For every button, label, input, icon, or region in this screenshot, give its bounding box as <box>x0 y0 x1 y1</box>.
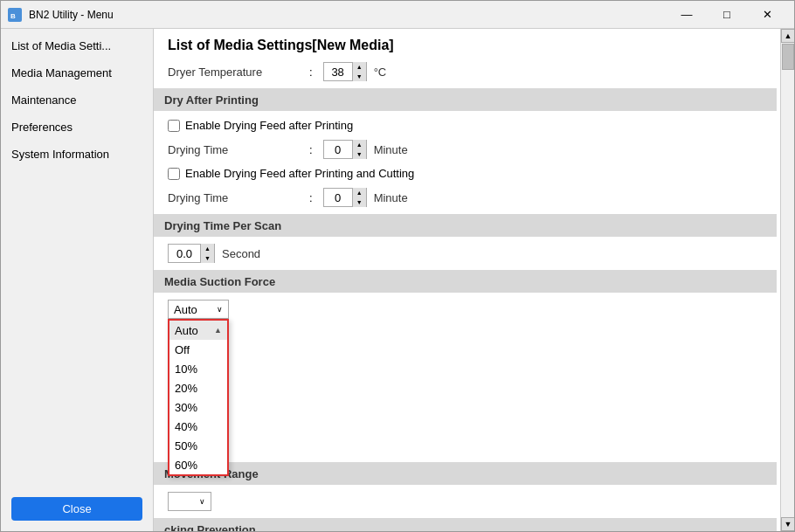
main-content: ▲ ▼ List of Media Settings[New Media] Dr… <box>154 29 794 531</box>
dryer-temp-unit: °C <box>374 66 387 79</box>
window-close-button[interactable]: ✕ <box>747 1 787 29</box>
drying-time-2-row: Drying Time : ▲ ▼ Minute <box>154 184 777 211</box>
sidebar: List of Media Setti... Media Management … <box>1 29 154 531</box>
title-bar-controls: — □ ✕ <box>667 1 787 29</box>
dryer-temp-input[interactable] <box>324 63 352 80</box>
app-icon: B <box>8 8 22 22</box>
media-suction-force-header: Media Suction Force <box>154 270 777 293</box>
page-title: List of Media Settings[New Media] <box>154 29 777 59</box>
media-suction-row: Auto ∨ Auto ▲ Off 10% <box>154 296 777 322</box>
dryer-temp-label: Dryer Temperature <box>168 66 299 79</box>
svg-text:B: B <box>10 12 16 20</box>
drying-time-1-unit: Minute <box>374 143 408 156</box>
scan-time-spinbox[interactable]: ▲ ▼ <box>168 244 215 263</box>
sidebar-item-system-information[interactable]: System Information <box>1 141 153 168</box>
suction-option-20[interactable]: 20% <box>169 378 227 397</box>
scan-time-input[interactable] <box>169 245 200 262</box>
enable-drying-feed-cutting-checkbox[interactable] <box>168 168 180 180</box>
drying-time-1-spinbox[interactable]: ▲ ▼ <box>323 140 367 159</box>
dryer-temp-up[interactable]: ▲ <box>352 62 366 72</box>
suction-dropdown-value: Auto <box>174 303 197 316</box>
sticking-prevention-header: cking Prevention <box>154 518 777 531</box>
suction-option-off[interactable]: Off <box>169 340 227 359</box>
window-title: BN2 Utility - Menu <box>29 9 114 21</box>
dryer-temp-spinbox-controls: ▲ ▼ <box>352 62 366 81</box>
sidebar-item-maintenance[interactable]: Maintenance <box>1 86 153 114</box>
enable-drying-feed-cutting-row: Enable Drying Feed after Printing and Cu… <box>154 162 777 184</box>
close-button[interactable]: Close <box>11 497 142 521</box>
title-bar-left: B BN2 Utility - Menu <box>8 8 114 22</box>
movement-dropdown-button[interactable]: ∨ <box>168 492 211 511</box>
drying-time-1-row: Drying Time : ▲ ▼ Minute <box>154 136 777 162</box>
scan-time-down[interactable]: ▼ <box>200 253 214 263</box>
scroll-down-arrow[interactable]: ▼ <box>781 517 794 531</box>
drying-time-per-scan-header: Drying Time Per Scan <box>154 214 777 237</box>
drying-time-2-unit: Minute <box>374 191 408 204</box>
drying-time-1-label: Drying Time <box>168 143 299 156</box>
suction-dropdown-list: Auto ▲ Off 10% 20% <box>168 319 229 476</box>
scroll-indicator: ▲ <box>214 326 222 335</box>
sidebar-item-list-of-media-settings[interactable]: List of Media Setti... <box>1 32 153 59</box>
enable-drying-feed-label: Enable Drying Feed after Printing <box>185 119 353 132</box>
suction-option-30[interactable]: 30% <box>169 397 227 417</box>
scan-time-up[interactable]: ▲ <box>200 244 214 253</box>
scan-time-unit: Second <box>222 247 260 260</box>
suction-option-10[interactable]: 10% <box>169 359 227 378</box>
suction-option-50[interactable]: 50% <box>169 436 227 455</box>
scan-time-controls: ▲ ▼ <box>200 244 214 263</box>
drying-time-1-controls: ▲ ▼ <box>352 140 366 159</box>
scroll-up-arrow[interactable]: ▲ <box>781 29 794 43</box>
suction-dropdown-wrapper: Auto ∨ Auto ▲ Off 10% <box>168 300 229 319</box>
movement-range-header: Movement Range <box>154 462 777 485</box>
suction-dropdown-button[interactable]: Auto ∨ <box>168 300 229 319</box>
maximize-button[interactable]: □ <box>707 1 747 29</box>
movement-dropdown-arrow: ∨ <box>199 497 205 506</box>
dryer-temp-row: Dryer Temperature : ▲ ▼ °C <box>154 59 777 85</box>
drying-time-1-up[interactable]: ▲ <box>352 140 366 149</box>
dryer-temp-down[interactable]: ▼ <box>352 72 366 81</box>
content-area: List of Media Setti... Media Management … <box>1 29 794 531</box>
suction-option-60[interactable]: 60% <box>169 455 227 474</box>
suction-option-40[interactable]: 40% <box>169 417 227 436</box>
drying-time-2-down[interactable]: ▼ <box>352 197 366 207</box>
main-window: B BN2 Utility - Menu — □ ✕ List of Media… <box>0 0 795 532</box>
sidebar-bottom: Close <box>1 487 153 531</box>
dryer-temp-spinbox[interactable]: ▲ ▼ <box>323 62 367 81</box>
minimize-button[interactable]: — <box>667 1 707 29</box>
drying-time-1-input[interactable] <box>324 141 352 158</box>
scrollbar-track[interactable]: ▲ ▼ <box>780 29 794 531</box>
suction-option-auto[interactable]: Auto ▲ <box>169 321 227 340</box>
enable-drying-feed-cutting-label: Enable Drying Feed after Printing and Cu… <box>185 167 414 180</box>
suction-dropdown-arrow: ∨ <box>217 305 223 314</box>
drying-time-2-controls: ▲ ▼ <box>352 188 366 207</box>
movement-range-row: ∨ <box>154 488 777 515</box>
drying-time-1-down[interactable]: ▼ <box>352 149 366 159</box>
drying-time-2-spinbox[interactable]: ▲ ▼ <box>323 188 367 207</box>
drying-time-2-label: Drying Time <box>168 191 299 204</box>
drying-time-2-up[interactable]: ▲ <box>352 188 366 197</box>
enable-drying-feed-checkbox[interactable] <box>168 120 180 132</box>
title-bar: B BN2 Utility - Menu — □ ✕ <box>1 1 794 29</box>
enable-drying-feed-row: Enable Drying Feed after Printing <box>154 114 777 136</box>
drying-time-2-input[interactable] <box>324 189 352 206</box>
sidebar-item-media-management[interactable]: Media Management <box>1 59 153 86</box>
scrollbar-thumb[interactable] <box>782 44 794 70</box>
scan-time-row: ▲ ▼ Second <box>154 240 777 266</box>
sidebar-item-preferences[interactable]: Preferences <box>1 114 153 141</box>
dry-after-printing-header: Dry After Printing <box>154 88 777 111</box>
